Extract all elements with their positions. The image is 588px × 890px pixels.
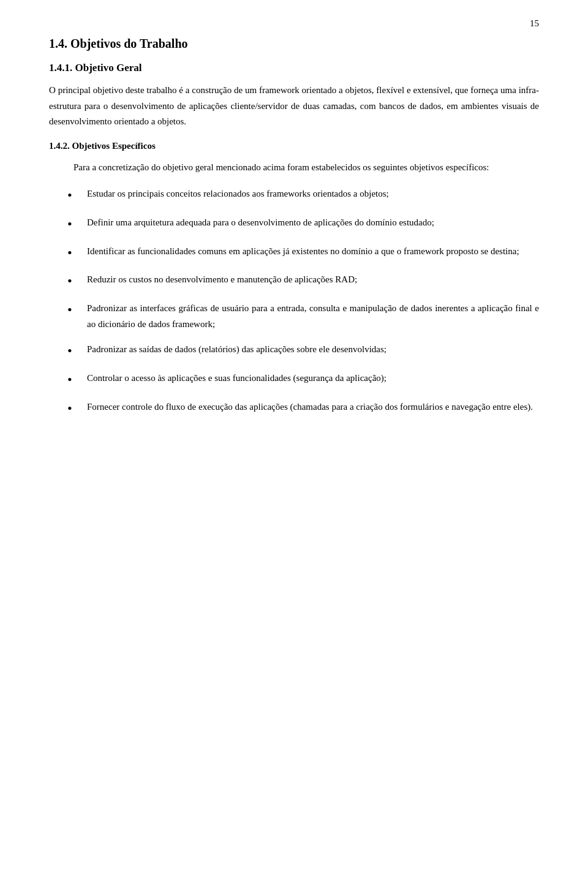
section-title: 1.4. Objetivos do Trabalho: [49, 37, 539, 51]
bullet-text: Padronizar as interfaces gráficas de usu…: [87, 301, 539, 332]
list-item: • Estudar os principais conceitos relaci…: [49, 186, 539, 205]
bullet-text: Definir uma arquitetura adequada para o …: [87, 215, 539, 231]
list-item: • Definir uma arquitetura adequada para …: [49, 215, 539, 234]
page-number: 15: [530, 18, 539, 29]
bullet-text: Fornecer controle do fluxo de execução d…: [87, 399, 539, 415]
subsection-142-title: 1.4.2. Objetivos Específicos: [49, 141, 539, 151]
bullet-icon: •: [67, 186, 82, 205]
general-objective-paragraph: O principal objetivo deste trabalho é a …: [49, 83, 539, 130]
bullet-list: • Estudar os principais conceitos relaci…: [49, 186, 539, 418]
list-item: • Fornecer controle do fluxo de execução…: [49, 399, 539, 418]
subsection-142-number: 1.4.2.: [49, 141, 70, 151]
bullet-icon: •: [67, 342, 82, 361]
bullet-text: Reduzir os custos no desenvolvimento e m…: [87, 272, 539, 288]
list-item: • Identificar as funcionalidades comuns …: [49, 244, 539, 263]
bullet-text: Padronizar as saídas de dados (relatório…: [87, 342, 539, 358]
subsection-141-title: 1.4.1. Objetivo Geral: [49, 62, 539, 74]
subsection-141-number: 1.4.1.: [49, 62, 72, 74]
bullet-icon: •: [67, 301, 82, 320]
subsection-142-label: Objetivos Específicos: [72, 141, 156, 151]
page: 15 1.4. Objetivos do Trabalho 1.4.1. Obj…: [0, 0, 588, 890]
specific-objectives-intro: Para a concretização do objetivo geral m…: [49, 160, 539, 176]
bullet-text: Controlar o acesso às aplicações e suas …: [87, 371, 539, 387]
bullet-icon: •: [67, 215, 82, 234]
bullet-icon: •: [67, 399, 82, 418]
bullet-icon: •: [67, 244, 82, 263]
bullet-text: Identificar as funcionalidades comuns em…: [87, 244, 539, 260]
bullet-text: Estudar os principais conceitos relacion…: [87, 186, 539, 202]
list-item: • Reduzir os custos no desenvolvimento e…: [49, 272, 539, 291]
list-item: • Controlar o acesso às aplicações e sua…: [49, 371, 539, 390]
bullet-icon: •: [67, 272, 82, 291]
bullet-icon: •: [67, 371, 82, 390]
list-item: • Padronizar as interfaces gráficas de u…: [49, 301, 539, 332]
subsection-141-label: Objetivo Geral: [75, 62, 142, 74]
list-item: • Padronizar as saídas de dados (relatór…: [49, 342, 539, 361]
